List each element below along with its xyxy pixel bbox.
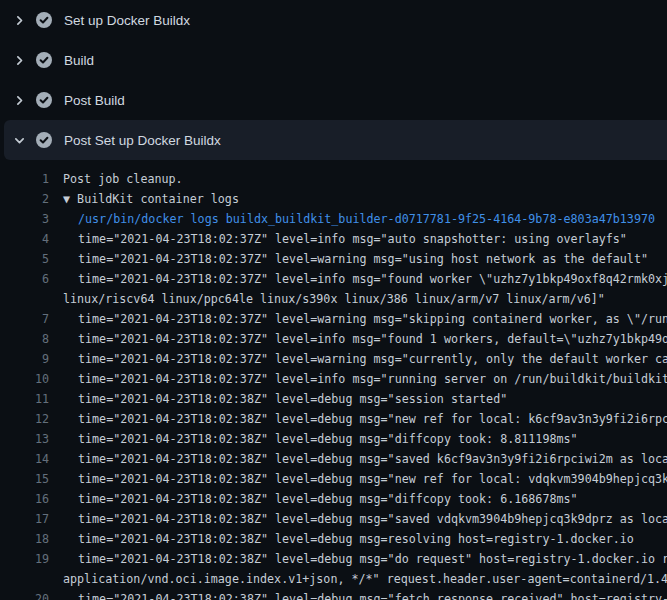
log-row: 9time="2021-04-23T18:02:37Z" level=warni… (0, 349, 667, 369)
line-number[interactable]: 17 (0, 509, 49, 529)
log-row: 14time="2021-04-23T18:02:38Z" level=debu… (0, 449, 667, 469)
log-row: 13time="2021-04-23T18:02:38Z" level=debu… (0, 429, 667, 449)
log-text: Post job cleanup. (63, 169, 183, 189)
log-row: 8time="2021-04-23T18:02:37Z" level=info … (0, 329, 667, 349)
line-number[interactable]: 11 (0, 389, 49, 409)
chevron-right-icon[interactable] (11, 12, 27, 28)
log-group-row[interactable]: ▼ BuildKit container logs (63, 189, 239, 209)
log-row: 19time="2021-04-23T18:02:38Z" level=debu… (0, 549, 667, 569)
log-row: 15time="2021-04-23T18:02:38Z" level=debu… (0, 469, 667, 489)
line-number (0, 289, 49, 309)
line-number[interactable]: 13 (0, 429, 49, 449)
log-row: 18time="2021-04-23T18:02:38Z" level=debu… (0, 529, 667, 549)
log-area: 1Post job cleanup.2▼ BuildKit container … (0, 160, 667, 600)
log-text: application/vnd.oci.image.index.v1+json,… (63, 569, 667, 589)
log-text: time="2021-04-23T18:02:38Z" level=debug … (78, 549, 667, 569)
log-row: 3/usr/bin/docker logs buildx_buildkit_bu… (0, 209, 667, 229)
log-row: 12time="2021-04-23T18:02:38Z" level=debu… (0, 409, 667, 429)
log-row: 5time="2021-04-23T18:02:37Z" level=warni… (0, 249, 667, 269)
log-text: time="2021-04-23T18:02:37Z" level=info m… (78, 229, 627, 249)
line-number[interactable]: 7 (0, 309, 49, 329)
step-label: Build (64, 53, 94, 68)
check-circle-icon (36, 52, 52, 68)
line-number[interactable]: 4 (0, 229, 49, 249)
log-row: 11time="2021-04-23T18:02:38Z" level=debu… (0, 389, 667, 409)
log-text: time="2021-04-23T18:02:38Z" level=debug … (78, 469, 667, 489)
log-row: 2▼ BuildKit container logs (0, 189, 667, 209)
log-command-text: /usr/bin/docker logs buildx_buildkit_bui… (78, 209, 655, 229)
log-text: time="2021-04-23T18:02:37Z" level=info m… (78, 269, 667, 289)
log-row: 1Post job cleanup. (0, 169, 667, 189)
step-header-post-build[interactable]: Post Build (0, 80, 667, 120)
line-number[interactable]: 19 (0, 549, 49, 569)
log-text: time="2021-04-23T18:02:38Z" level=debug … (78, 509, 667, 529)
log-row: application/vnd.oci.image.index.v1+json,… (0, 569, 667, 589)
check-circle-icon (36, 132, 52, 148)
log-row: 17time="2021-04-23T18:02:38Z" level=debu… (0, 509, 667, 529)
line-number[interactable]: 6 (0, 269, 49, 289)
log-row: 6time="2021-04-23T18:02:37Z" level=info … (0, 269, 667, 289)
line-number[interactable]: 15 (0, 469, 49, 489)
line-number[interactable]: 16 (0, 489, 49, 509)
line-number[interactable]: 2 (0, 189, 49, 209)
line-number[interactable]: 14 (0, 449, 49, 469)
log-text: time="2021-04-23T18:02:38Z" level=debug … (78, 589, 667, 600)
line-number[interactable]: 18 (0, 529, 49, 549)
line-number[interactable]: 9 (0, 349, 49, 369)
step-header-set-up-docker-buildx[interactable]: Set up Docker Buildx (0, 0, 667, 40)
steps-list: Set up Docker BuildxBuildPost BuildPost … (0, 0, 667, 160)
line-number[interactable]: 10 (0, 369, 49, 389)
log-text: time="2021-04-23T18:02:38Z" level=debug … (78, 409, 667, 429)
log-row: linux/riscv64 linux/ppc64le linux/s390x … (0, 289, 667, 309)
chevron-down-icon[interactable] (11, 132, 27, 148)
check-circle-icon (36, 12, 52, 28)
step-label: Set up Docker Buildx (64, 13, 190, 28)
log-text: time="2021-04-23T18:02:37Z" level=info m… (78, 329, 667, 349)
line-number[interactable]: 12 (0, 409, 49, 429)
log-text: linux/riscv64 linux/ppc64le linux/s390x … (63, 289, 605, 309)
line-number[interactable]: 5 (0, 249, 49, 269)
log-text: time="2021-04-23T18:02:38Z" level=debug … (78, 529, 634, 549)
log-text: time="2021-04-23T18:02:37Z" level=warnin… (78, 309, 667, 329)
step-header-build[interactable]: Build (0, 40, 667, 80)
line-number[interactable]: 8 (0, 329, 49, 349)
log-row: 4time="2021-04-23T18:02:37Z" level=info … (0, 229, 667, 249)
log-row: 20time="2021-04-23T18:02:38Z" level=debu… (0, 589, 667, 600)
line-number (0, 569, 49, 589)
log-group-label[interactable]: BuildKit container logs (77, 192, 239, 206)
log-text: time="2021-04-23T18:02:38Z" level=debug … (78, 429, 578, 449)
log-text: time="2021-04-23T18:02:38Z" level=debug … (78, 489, 578, 509)
line-number[interactable]: 3 (0, 209, 49, 229)
log-text: time="2021-04-23T18:02:37Z" level=warnin… (78, 249, 648, 269)
log-text: time="2021-04-23T18:02:38Z" level=debug … (78, 389, 507, 409)
log-text: time="2021-04-23T18:02:37Z" level=info m… (78, 369, 667, 389)
disclosure-triangle-icon[interactable]: ▼ (63, 192, 70, 206)
log-row: 7time="2021-04-23T18:02:37Z" level=warni… (0, 309, 667, 329)
log-text: time="2021-04-23T18:02:38Z" level=debug … (78, 449, 667, 469)
step-label: Post Set up Docker Buildx (64, 133, 221, 148)
step-label: Post Build (64, 93, 125, 108)
log-text: time="2021-04-23T18:02:37Z" level=warnin… (78, 349, 667, 369)
chevron-right-icon[interactable] (11, 52, 27, 68)
log-row: 16time="2021-04-23T18:02:38Z" level=debu… (0, 489, 667, 509)
step-header-post-set-up-docker-buildx[interactable]: Post Set up Docker Buildx (4, 120, 667, 160)
line-number[interactable]: 20 (0, 589, 49, 600)
chevron-right-icon[interactable] (11, 92, 27, 108)
log-row: 10time="2021-04-23T18:02:37Z" level=info… (0, 369, 667, 389)
line-number[interactable]: 1 (0, 169, 49, 189)
check-circle-icon (36, 92, 52, 108)
